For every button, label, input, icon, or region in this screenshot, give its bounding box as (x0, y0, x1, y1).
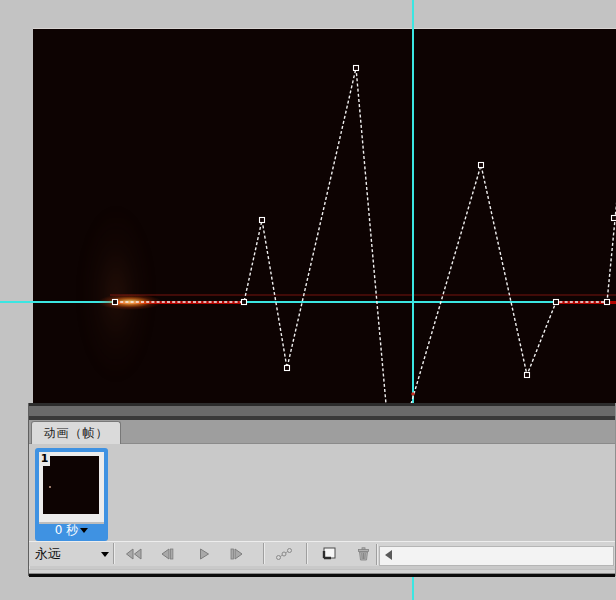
animation-panel: 动画（帧） 1 0 秒 永远 (28, 403, 616, 576)
document-canvas[interactable] (33, 28, 616, 404)
frame-number: 1 (39, 452, 50, 466)
loop-count-label: 永远 (35, 546, 61, 561)
play-icon (197, 547, 211, 561)
trash-icon (356, 546, 371, 562)
tween-button[interactable] (272, 544, 296, 563)
panel-bottom-border (29, 573, 615, 577)
frames-scrollbar[interactable] (379, 546, 614, 566)
chevron-down-icon (80, 528, 88, 533)
frame-delay-dropdown[interactable]: 0 秒 (35, 522, 108, 539)
panel-tab-bar: 动画（帧） (29, 420, 615, 444)
delete-frame-button[interactable] (351, 544, 375, 563)
previous-frame-icon (159, 547, 175, 561)
tab-animation-frames[interactable]: 动画（帧） (31, 421, 121, 444)
frame-delay-label: 0 秒 (55, 523, 78, 537)
panel-top-band (29, 406, 615, 416)
separator (306, 543, 307, 564)
faint-red-line (110, 294, 616, 296)
frame-thumbnail-selected[interactable]: 1 0 秒 (35, 448, 108, 541)
loop-count-dropdown[interactable]: 永远 (35, 544, 115, 564)
frame-thumbnail-image (43, 456, 99, 514)
separator (376, 544, 377, 565)
frame-thumbnail-wrap: 1 (39, 452, 104, 524)
next-frame-button[interactable] (225, 544, 249, 563)
new-frame-icon (321, 546, 338, 561)
tween-icon (274, 546, 294, 562)
first-frame-icon (124, 547, 142, 561)
scrollbar-left-arrow-button[interactable] (381, 548, 395, 562)
separator (263, 543, 264, 564)
frames-strip: 1 0 秒 (29, 444, 615, 541)
play-button[interactable] (192, 544, 216, 563)
next-frame-icon (229, 547, 245, 561)
thumbnail-dot (49, 486, 51, 488)
new-frame-button[interactable] (317, 544, 341, 563)
first-frame-button[interactable] (121, 544, 145, 563)
left-arrow-icon (385, 550, 392, 560)
separator (113, 543, 114, 564)
chevron-down-icon (101, 552, 109, 557)
previous-frame-button[interactable] (155, 544, 179, 563)
